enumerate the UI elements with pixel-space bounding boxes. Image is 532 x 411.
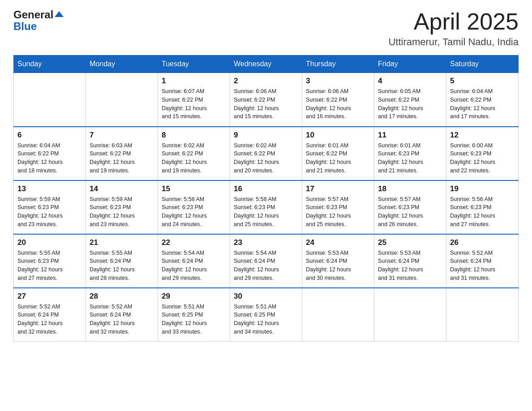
day-info: Sunrise: 5:57 AMSunset: 6:23 PMDaylight:… bbox=[306, 195, 370, 229]
day-number: 10 bbox=[306, 131, 370, 140]
calendar-cell: 23Sunrise: 5:54 AMSunset: 6:24 PMDayligh… bbox=[230, 234, 302, 288]
calendar-table: SundayMondayTuesdayWednesdayThursdayFrid… bbox=[13, 55, 519, 342]
calendar-cell: 15Sunrise: 5:58 AMSunset: 6:23 PMDayligh… bbox=[158, 180, 230, 234]
calendar-cell: 17Sunrise: 5:57 AMSunset: 6:23 PMDayligh… bbox=[302, 180, 374, 234]
day-info: Sunrise: 5:52 AMSunset: 6:24 PMDaylight:… bbox=[450, 249, 515, 283]
calendar-cell: 1Sunrise: 6:07 AMSunset: 6:22 PMDaylight… bbox=[158, 73, 230, 127]
day-number: 28 bbox=[90, 292, 154, 301]
day-info: Sunrise: 6:06 AMSunset: 6:22 PMDaylight:… bbox=[306, 87, 370, 121]
calendar-cell: 28Sunrise: 5:52 AMSunset: 6:24 PMDayligh… bbox=[86, 288, 158, 342]
day-info: Sunrise: 5:57 AMSunset: 6:23 PMDaylight:… bbox=[378, 195, 442, 229]
week-row-1: 1Sunrise: 6:07 AMSunset: 6:22 PMDaylight… bbox=[14, 73, 519, 127]
calendar-cell bbox=[14, 73, 86, 127]
day-info: Sunrise: 5:55 AMSunset: 6:23 PMDaylight:… bbox=[17, 249, 82, 283]
day-number: 9 bbox=[234, 131, 298, 140]
calendar-cell: 24Sunrise: 5:53 AMSunset: 6:24 PMDayligh… bbox=[302, 234, 374, 288]
day-number: 3 bbox=[306, 77, 370, 86]
calendar-cell: 20Sunrise: 5:55 AMSunset: 6:23 PMDayligh… bbox=[14, 234, 86, 288]
calendar-cell: 8Sunrise: 6:02 AMSunset: 6:22 PMDaylight… bbox=[158, 127, 230, 180]
week-row-3: 13Sunrise: 5:59 AMSunset: 6:23 PMDayligh… bbox=[14, 180, 519, 234]
calendar-cell: 5Sunrise: 6:04 AMSunset: 6:22 PMDaylight… bbox=[446, 73, 519, 127]
day-number: 12 bbox=[450, 131, 515, 140]
calendar-cell: 9Sunrise: 6:02 AMSunset: 6:22 PMDaylight… bbox=[230, 127, 302, 180]
day-number: 24 bbox=[306, 238, 370, 247]
day-info: Sunrise: 6:04 AMSunset: 6:22 PMDaylight:… bbox=[450, 87, 515, 121]
title-section: April 2025 Uttiramerur, Tamil Nadu, Indi… bbox=[388, 9, 519, 48]
day-info: Sunrise: 6:01 AMSunset: 6:22 PMDaylight:… bbox=[306, 141, 370, 175]
calendar-cell bbox=[86, 73, 158, 127]
day-number: 20 bbox=[17, 238, 82, 247]
day-info: Sunrise: 6:02 AMSunset: 6:22 PMDaylight:… bbox=[234, 141, 298, 175]
month-title: April 2025 bbox=[388, 9, 519, 34]
day-info: Sunrise: 6:04 AMSunset: 6:22 PMDaylight:… bbox=[17, 141, 82, 175]
calendar-cell: 13Sunrise: 5:59 AMSunset: 6:23 PMDayligh… bbox=[14, 180, 86, 234]
day-info: Sunrise: 6:06 AMSunset: 6:22 PMDaylight:… bbox=[234, 87, 298, 121]
day-info: Sunrise: 6:00 AMSunset: 6:23 PMDaylight:… bbox=[450, 141, 515, 175]
day-number: 16 bbox=[234, 184, 298, 193]
day-number: 14 bbox=[90, 184, 154, 193]
day-info: Sunrise: 5:56 AMSunset: 6:23 PMDaylight:… bbox=[450, 195, 515, 229]
calendar-cell: 10Sunrise: 6:01 AMSunset: 6:22 PMDayligh… bbox=[302, 127, 374, 180]
calendar-cell: 22Sunrise: 5:54 AMSunset: 6:24 PMDayligh… bbox=[158, 234, 230, 288]
week-row-5: 27Sunrise: 5:52 AMSunset: 6:24 PMDayligh… bbox=[14, 288, 519, 342]
calendar-cell: 18Sunrise: 5:57 AMSunset: 6:23 PMDayligh… bbox=[374, 180, 446, 234]
calendar-cell bbox=[302, 288, 374, 342]
location-title: Uttiramerur, Tamil Nadu, India bbox=[388, 36, 519, 48]
day-info: Sunrise: 6:02 AMSunset: 6:22 PMDaylight:… bbox=[162, 141, 226, 175]
day-number: 6 bbox=[17, 131, 82, 140]
logo-general-text: General Blue bbox=[13, 9, 64, 33]
calendar-cell: 30Sunrise: 5:51 AMSunset: 6:25 PMDayligh… bbox=[230, 288, 302, 342]
calendar-cell: 14Sunrise: 5:59 AMSunset: 6:23 PMDayligh… bbox=[86, 180, 158, 234]
calendar-cell: 25Sunrise: 5:53 AMSunset: 6:24 PMDayligh… bbox=[374, 234, 446, 288]
day-number: 23 bbox=[234, 238, 298, 247]
calendar-cell: 2Sunrise: 6:06 AMSunset: 6:22 PMDaylight… bbox=[230, 73, 302, 127]
day-number: 7 bbox=[90, 131, 154, 140]
page-header: General Blue April 2025 Uttiramerur, Tam… bbox=[13, 9, 519, 48]
day-number: 15 bbox=[162, 184, 226, 193]
day-info: Sunrise: 6:03 AMSunset: 6:22 PMDaylight:… bbox=[90, 141, 154, 175]
week-row-2: 6Sunrise: 6:04 AMSunset: 6:22 PMDaylight… bbox=[14, 127, 519, 180]
calendar-cell: 4Sunrise: 6:05 AMSunset: 6:22 PMDaylight… bbox=[374, 73, 446, 127]
day-number: 19 bbox=[450, 184, 515, 193]
day-info: Sunrise: 5:51 AMSunset: 6:25 PMDaylight:… bbox=[162, 303, 226, 336]
day-info: Sunrise: 5:58 AMSunset: 6:23 PMDaylight:… bbox=[162, 195, 226, 229]
day-number: 22 bbox=[162, 238, 226, 247]
day-number: 26 bbox=[450, 238, 515, 247]
calendar-cell bbox=[446, 288, 519, 342]
calendar-cell: 6Sunrise: 6:04 AMSunset: 6:22 PMDaylight… bbox=[14, 127, 86, 180]
weekday-header-friday: Friday bbox=[374, 56, 446, 73]
day-number: 29 bbox=[162, 292, 226, 301]
day-info: Sunrise: 5:54 AMSunset: 6:24 PMDaylight:… bbox=[162, 249, 226, 283]
calendar-cell: 26Sunrise: 5:52 AMSunset: 6:24 PMDayligh… bbox=[446, 234, 519, 288]
calendar-cell: 27Sunrise: 5:52 AMSunset: 6:24 PMDayligh… bbox=[14, 288, 86, 342]
calendar-cell: 19Sunrise: 5:56 AMSunset: 6:23 PMDayligh… bbox=[446, 180, 519, 234]
day-info: Sunrise: 5:59 AMSunset: 6:23 PMDaylight:… bbox=[90, 195, 154, 229]
day-info: Sunrise: 5:52 AMSunset: 6:24 PMDaylight:… bbox=[17, 303, 82, 336]
day-number: 21 bbox=[90, 238, 154, 247]
day-number: 27 bbox=[17, 292, 82, 301]
day-number: 18 bbox=[378, 184, 442, 193]
day-number: 17 bbox=[306, 184, 370, 193]
weekday-header-wednesday: Wednesday bbox=[230, 56, 302, 73]
day-info: Sunrise: 5:58 AMSunset: 6:23 PMDaylight:… bbox=[234, 195, 298, 229]
week-row-4: 20Sunrise: 5:55 AMSunset: 6:23 PMDayligh… bbox=[14, 234, 519, 288]
day-info: Sunrise: 5:54 AMSunset: 6:24 PMDaylight:… bbox=[234, 249, 298, 283]
weekday-header-sunday: Sunday bbox=[14, 56, 86, 73]
weekday-header-saturday: Saturday bbox=[446, 56, 519, 73]
day-info: Sunrise: 6:07 AMSunset: 6:22 PMDaylight:… bbox=[162, 87, 226, 121]
logo: General Blue bbox=[13, 9, 64, 33]
day-number: 2 bbox=[234, 77, 298, 86]
calendar-cell: 7Sunrise: 6:03 AMSunset: 6:22 PMDaylight… bbox=[86, 127, 158, 180]
day-number: 25 bbox=[378, 238, 442, 247]
day-info: Sunrise: 6:05 AMSunset: 6:22 PMDaylight:… bbox=[378, 87, 442, 121]
day-info: Sunrise: 5:53 AMSunset: 6:24 PMDaylight:… bbox=[306, 249, 370, 283]
calendar-cell bbox=[374, 288, 446, 342]
calendar-cell: 3Sunrise: 6:06 AMSunset: 6:22 PMDaylight… bbox=[302, 73, 374, 127]
day-number: 8 bbox=[162, 131, 226, 140]
weekday-header-thursday: Thursday bbox=[302, 56, 374, 73]
day-number: 13 bbox=[17, 184, 82, 193]
day-number: 30 bbox=[234, 292, 298, 301]
calendar-cell: 11Sunrise: 6:01 AMSunset: 6:23 PMDayligh… bbox=[374, 127, 446, 180]
day-info: Sunrise: 5:53 AMSunset: 6:24 PMDaylight:… bbox=[378, 249, 442, 283]
day-number: 5 bbox=[450, 77, 515, 86]
